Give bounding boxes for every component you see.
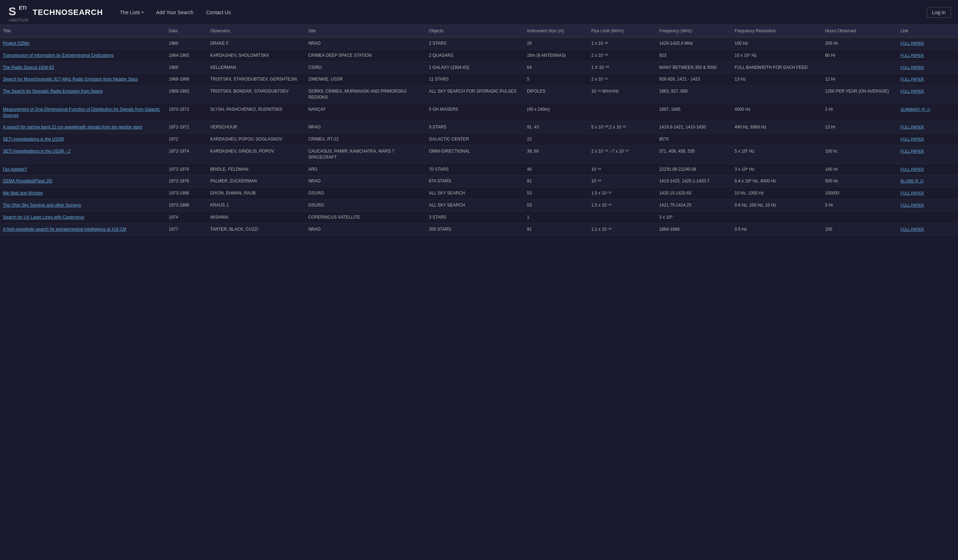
cell-title: Qui Appelle? [0,163,166,175]
cell-site: COPERNICUS SATELLITE [305,211,426,223]
cell-date: 1964-1965 [166,49,207,62]
cell-observers: TROITSKII, STARODUBTSEV, GERSHTEJIN [207,73,305,85]
cell-link: FULL PAPER [898,37,958,49]
title-link[interactable]: Measurement of One-Dimensional Function … [3,107,160,118]
paper-link[interactable]: FULL PAPER [901,203,924,207]
cell-flux [588,211,656,223]
cell-observers: KRAUS J. [207,199,305,211]
title-link[interactable]: We Wait and Wonder [3,191,43,196]
seti-logo: S ETI • INSTITUTE [7,2,29,23]
title-link[interactable]: Search for Monochromatic 927-MHz Radio E… [3,77,138,82]
nav-add-search[interactable]: Add Your Search [150,6,200,19]
cell-title: Transmission of Information by Extraterr… [0,49,166,62]
cell-hours [822,211,898,223]
col-header-link: Link [898,25,958,37]
title-link[interactable]: A high-sensitivity search for extraterre… [3,227,126,232]
title-link[interactable]: Transmission of Information by Extraterr… [3,53,114,58]
paper-link[interactable]: FULL PAPER [901,137,924,141]
title-link[interactable]: The Radio Source 1934-63 [3,65,54,70]
col-header-title: Title [0,25,166,37]
title-link[interactable]: OZMA Revisited(Page 26) [3,179,52,184]
paper-link[interactable]: FULL PAPER [901,65,924,70]
cell-freq: MANY BETWEEN 350 & 5000 [656,62,731,73]
cell-flux: 1.5 x 10⁻²¹ [588,199,656,211]
title-link[interactable]: The Ohio Sky Surveys and other Surveys [3,202,81,207]
cell-observers: KARDASHEV, SHOLOMITSKII [207,49,305,62]
cell-instrument: 64 [524,62,588,73]
paper-link[interactable]: FULL PAPER [901,53,924,57]
navbar: S ETI • INSTITUTE TECHNOSEARCH The Lists… [0,0,958,25]
cell-objects: 200 STARS [426,223,524,235]
cell-hours: 12 Hr. [822,73,898,85]
cell-flux: 10⁻²³ [588,175,656,187]
cell-observers: PALMER, ZUCKERMAN [207,175,305,187]
col-header-flux: Flux Limit (W/m²) [588,25,656,37]
brand-name: TECHNOSEARCH [33,8,103,17]
cell-instrument: 26 [524,37,588,49]
cell-site: ZIMENKIE, USSR [305,73,426,85]
cell-date: 1960 [166,37,207,49]
cell-freq: 1421.75-1424.25 [656,199,731,211]
title-link[interactable]: Project OZMA [3,41,30,46]
nav-lists[interactable]: The Lists ▾ [114,6,150,19]
nav-contact[interactable]: Contact Us [200,6,237,19]
paper-link[interactable]: FULL PAPER [901,227,924,231]
main-content: Title Date Observers Site Objects Instru… [0,25,958,235]
paper-link[interactable]: BLURB (P. 2) [901,179,923,183]
table-row: Search for UV Laser Lines with Copernicu… [0,211,958,223]
cell-site: NRAO [305,223,426,235]
cell-date: 1974 [166,211,207,223]
title-link[interactable]: SETI Investigations in the USSR - 2 [3,149,70,153]
cell-title: A high-sensitivity search for extraterre… [0,223,166,235]
cell-freq: 1413-1425, 1420.1-1420.7 [656,175,731,187]
paper-link[interactable]: FULL PAPER [901,89,924,93]
cell-objects: 674 STARS [426,175,524,187]
cell-freqres: 4000 Hz [732,103,822,121]
paper-link[interactable]: FULL PAPER [901,41,924,46]
cell-objects: GALACTIC CENTER [426,133,524,146]
cell-link: FULL PAPER [898,145,958,163]
cell-date: 1972 [166,133,207,146]
table-row: Measurement of One-Dimensional Function … [0,103,958,121]
table-row: Project OZMA 1960 DRAKE F. NRAO 2 STARS … [0,37,958,49]
cell-site: CAUCASUS, PAMIR, KAMCHATKA, MARS 7 SPACE… [305,145,426,163]
title-link[interactable]: Search for UV Laser Lines with Copernicu… [3,215,84,220]
brand-link[interactable]: S ETI • INSTITUTE TECHNOSEARCH [7,2,103,23]
cell-freq: 1664-1668 [656,223,731,235]
table-row: A search for narrow band 21-cm wavelengt… [0,121,958,133]
cell-link: FULL PAPER [898,187,958,199]
nav-add-search-label: Add Your Search [156,9,194,15]
login-button[interactable]: Log in [927,7,951,18]
paper-link[interactable]: FULL PAPER [901,167,924,171]
title-link[interactable]: A search for narrow band 21-cm wavelengt… [3,125,142,130]
cell-hours: 80 Hr [822,49,898,62]
cell-date: 1972-1976 [166,163,207,175]
cell-site: CRIMEA, RT-22 [305,133,426,146]
cell-flux [588,103,656,121]
cell-date: 1973-1986 [166,187,207,199]
cell-hours: 1200 PER YEAR (ON AVERAGE) [822,85,898,104]
title-link[interactable]: Qui Appelle? [3,167,27,172]
cell-objects: ALL SKY SEARCH FOR SPORADIC PULSES [426,85,524,104]
cell-observers: KARDASHEV, POPOV, SOGLASNOV [207,133,305,146]
searches-table: Title Date Observers Site Objects Instru… [0,25,958,235]
cell-title: The Ohio Sky Surveys and other Surveys [0,199,166,211]
table-row: The Ohio Sky Surveys and other Surveys 1… [0,199,958,211]
cell-title: Measurement of One-Dimensional Function … [0,103,166,121]
table-row: Qui Appelle? 1972-1976 BRIDLE, FELDMAN A… [0,163,958,175]
cell-site: NRAO [305,175,426,187]
dropdown-arrow-icon: ▾ [142,10,143,14]
paper-link[interactable]: FULL PAPER [901,191,924,195]
paper-link[interactable]: FULL PAPER [901,125,924,129]
cell-freq: 8570 [656,133,731,146]
cell-link: FULL PAPER [898,85,958,104]
paper-link[interactable]: FULL PAPER [901,77,924,81]
paper-link[interactable]: SUMMARY (P. 1) [901,107,930,111]
cell-hours: 100 [822,223,898,235]
title-link[interactable]: SETI investigations in the USSR [3,137,64,142]
paper-link[interactable]: FULL PAPER [901,149,924,153]
cell-instrument: 91 [524,175,588,187]
cell-title: Project OZMA [0,37,166,49]
cell-freqres: 100 Hz [732,37,822,49]
title-link[interactable]: The Search for Sporadic Radio Emission f… [3,89,103,94]
